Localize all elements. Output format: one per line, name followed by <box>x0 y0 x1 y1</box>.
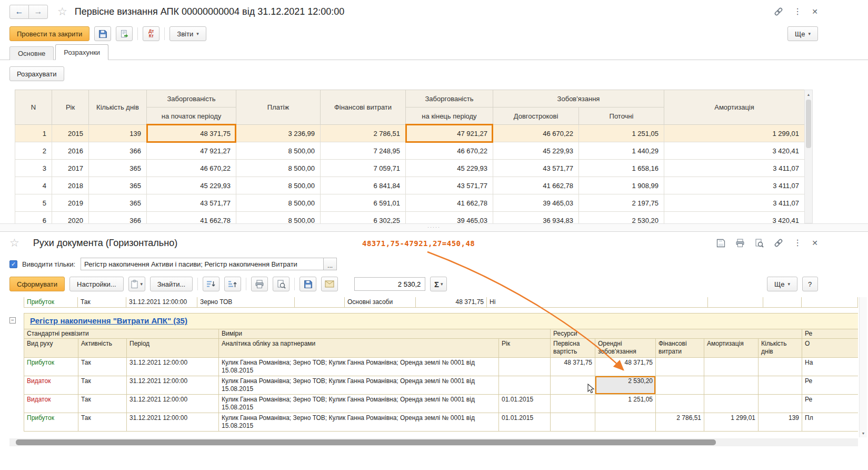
table-row[interactable]: 3201736546 670,228 500,007 059,7145 229,… <box>15 160 805 177</box>
cell-org[interactable]: Зерно ТОВ <box>197 297 295 308</box>
collapse-section-toggle[interactable]: − <box>9 317 16 324</box>
generate-button[interactable]: Сформувати <box>9 277 65 291</box>
cell-movement-type[interactable]: Прибуток <box>24 297 78 308</box>
table-row[interactable]: 2201636647 921,278 500,007 248,9546 670,… <box>15 142 805 160</box>
vertical-scrollbar[interactable]: ▲ <box>804 90 813 223</box>
cell[interactable]: 3 411,07 <box>664 177 805 194</box>
more-actions-button[interactable]: Ще ▾ <box>787 26 818 41</box>
cell[interactable]: 6 841,84 <box>321 177 406 194</box>
scrollbar-thumb[interactable] <box>16 439 716 445</box>
cell[interactable]: 1 251,05 <box>579 125 664 142</box>
cell[interactable]: 41 662,78 <box>493 177 579 194</box>
cell-fin-costs[interactable]: 2 786,51 <box>656 413 704 432</box>
cell-lease-obligations[interactable]: 48 371,75 <box>595 358 656 376</box>
cell[interactable]: 1 <box>15 125 52 142</box>
register-section-link[interactable]: Регістр накопичення "Витрати АПК" (35) <box>30 316 187 325</box>
scroll-up-icon[interactable]: ▲ <box>805 90 812 99</box>
cell-amount[interactable]: 48 371,75 <box>416 297 487 308</box>
cell-days[interactable] <box>759 395 802 413</box>
cell-movement-type[interactable]: Прибуток <box>24 413 78 432</box>
cell-activity[interactable]: Так <box>78 358 127 376</box>
calculate-button[interactable]: Розрахувати <box>9 66 64 81</box>
link-icon[interactable] <box>774 7 783 16</box>
cell-movement-type[interactable]: Видаток <box>24 376 78 395</box>
cell[interactable]: 5 <box>15 194 52 212</box>
more-menu-icon[interactable]: ⋮ <box>793 7 802 16</box>
cell-initial-cost[interactable] <box>551 413 595 432</box>
cell-year[interactable] <box>499 358 551 376</box>
cell[interactable]: 8 500,00 <box>236 177 321 194</box>
cell[interactable]: 7 059,71 <box>321 160 406 177</box>
cell-highlighted-lease-obligations[interactable]: 2 530,20 <box>595 376 656 395</box>
cell[interactable]: 43 571,77 <box>493 160 579 177</box>
cell-activity[interactable]: Так <box>78 413 127 432</box>
cell-amortization[interactable] <box>704 358 759 376</box>
cell-analytics[interactable]: Кулик Ганна Романівна; Зерно ТОВ; Кулик … <box>219 358 499 376</box>
expand-groups-button[interactable] <box>224 277 241 291</box>
cell-highlighted-debt-end[interactable]: 47 921,27 <box>406 125 493 142</box>
table-row[interactable]: 6202036641 662,788 500,006 302,2539 465,… <box>15 212 805 224</box>
cell-lease-obligations[interactable]: 1 251,05 <box>595 395 656 413</box>
cell[interactable]: 6 <box>15 212 52 224</box>
cell[interactable]: 8 500,00 <box>236 194 321 212</box>
post-and-close-button[interactable]: Провести та закрити <box>9 26 89 41</box>
cell[interactable]: 3 411,07 <box>664 160 805 177</box>
autosum-field[interactable] <box>354 277 425 291</box>
cell-year[interactable]: 01.01.2015 <box>499 395 551 413</box>
cell[interactable]: 45 229,93 <box>493 142 579 160</box>
cell[interactable]: 46 670,22 <box>493 125 579 142</box>
cell[interactable]: 2020 <box>52 212 89 224</box>
cell[interactable] <box>763 297 802 308</box>
cell[interactable] <box>708 297 763 308</box>
cell-flag[interactable]: Ні <box>487 297 708 308</box>
print-preview-icon[interactable] <box>755 239 764 248</box>
cell[interactable]: 8 500,00 <box>236 212 321 224</box>
table-row[interactable]: 5201936543 571,778 500,006 591,0141 662,… <box>15 194 805 212</box>
cell[interactable]: 1 299,01 <box>664 125 805 142</box>
cell[interactable]: 3 420,41 <box>664 212 805 224</box>
cell[interactable]: 45 229,93 <box>147 177 236 194</box>
cell[interactable]: 2 530,20 <box>579 212 664 224</box>
cell[interactable]: Пл <box>802 413 859 432</box>
cell[interactable]: 2 <box>15 142 52 160</box>
back-button[interactable]: ← <box>9 5 29 19</box>
cell[interactable]: 366 <box>89 212 147 224</box>
cell[interactable]: 39 465,03 <box>406 212 493 224</box>
cell[interactable] <box>295 297 345 308</box>
cell-lease-obligations[interactable] <box>595 413 656 432</box>
cell-period[interactable]: 31.12.2021 12:00:00 <box>126 297 197 308</box>
more-actions-button[interactable]: Ще ▾ <box>767 277 797 291</box>
more-menu-icon[interactable]: ⋮ <box>793 239 802 247</box>
register-row[interactable]: Видаток Так 31.12.2021 12:00:00 Кулик Га… <box>24 376 859 395</box>
cell-initial-cost[interactable] <box>551 395 595 413</box>
cell-analytics[interactable]: Кулик Ганна Романівна; Зерно ТОВ; Кулик … <box>219 413 499 432</box>
find-button[interactable]: Знайти... <box>150 277 193 291</box>
scrollbar-thumb[interactable] <box>806 100 811 148</box>
table-row[interactable]: 4201836545 229,938 500,006 841,8443 571,… <box>15 177 805 194</box>
register-row[interactable]: Прибуток Так 31.12.2021 12:00:00 Кулик Г… <box>24 358 859 376</box>
cell[interactable]: 2 786,51 <box>321 125 406 142</box>
cell-analytics[interactable]: Кулик Ганна Романівна; Зерно ТОВ; Кулик … <box>219 376 499 395</box>
variants-dropdown-button[interactable]: ▾ <box>128 277 145 291</box>
cell[interactable]: Ре <box>802 376 859 395</box>
cell[interactable]: Ре <box>802 395 859 413</box>
print-button[interactable] <box>251 277 268 291</box>
save-icon[interactable] <box>716 239 725 248</box>
register-row[interactable]: Прибуток Так 31.12.2021 12:00:00 Кулик Г… <box>24 413 859 432</box>
window-splitter[interactable]: ····· <box>0 223 868 232</box>
scroll-down-icon[interactable]: ▼ <box>860 429 867 437</box>
cell-period[interactable]: 31.12.2021 12:00:00 <box>127 413 219 432</box>
cell-period[interactable]: 31.12.2021 12:00:00 <box>127 358 219 376</box>
table-row[interactable]: 1 2015 139 48 371,75 3 236,99 2 786,51 4… <box>15 125 805 142</box>
cell-period[interactable]: 31.12.2021 12:00:00 <box>127 376 219 395</box>
cell[interactable]: 2015 <box>52 125 89 142</box>
cell[interactable]: 6 302,25 <box>321 212 406 224</box>
register-row[interactable]: Видаток Так 31.12.2021 12:00:00 Кулик Га… <box>24 395 859 413</box>
settings-button[interactable]: Настройки... <box>69 277 124 291</box>
close-icon[interactable]: ✕ <box>812 239 818 247</box>
cell[interactable]: 4 <box>15 177 52 194</box>
cell-asset-type[interactable]: Основні засоби <box>345 297 416 308</box>
cell-analytics[interactable]: Кулик Ганна Романівна; Зерно ТОВ; Кулик … <box>219 395 499 413</box>
cell-amortization[interactable] <box>704 395 759 413</box>
cell-amortization[interactable] <box>704 376 759 395</box>
